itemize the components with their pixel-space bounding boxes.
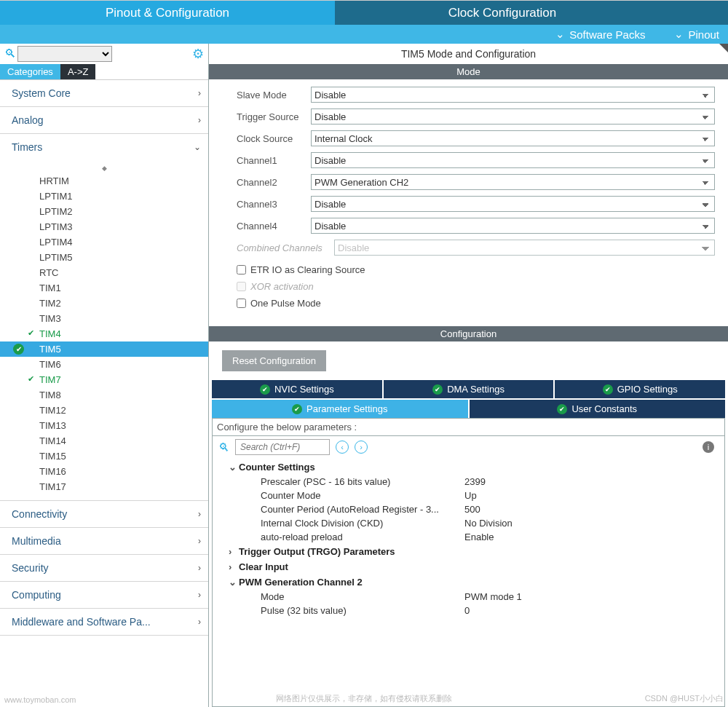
cat-multimedia[interactable]: Multimedia› — [0, 528, 208, 554]
subbar-software-packs[interactable]: ⌄Software Packs — [555, 28, 645, 41]
timer-item[interactable]: TIM1 — [0, 280, 208, 296]
param-value: 500 — [464, 504, 719, 515]
timer-item[interactable]: LPTIM4 — [0, 234, 208, 250]
tab-nvic-settings[interactable]: ✔NVIC Settings — [212, 380, 382, 398]
sidebar-search-select[interactable] — [17, 46, 112, 62]
param-value: PWM mode 1 — [464, 591, 719, 602]
group-clear-input[interactable]: Clear Input — [218, 559, 719, 574]
cat-label: Computing — [12, 589, 61, 601]
tab-gpio-settings[interactable]: ✔GPIO Settings — [555, 380, 725, 398]
params-tree[interactable]: Counter Settings Prescaler (PSC - 16 bit… — [213, 458, 724, 706]
param-value: 2399 — [464, 476, 719, 487]
timer-item[interactable]: TIM13 — [0, 418, 208, 433]
param-row[interactable]: Pulse (32 bits value)0 — [218, 604, 719, 617]
reset-configuration-button[interactable]: Reset Configuration — [222, 350, 326, 371]
channel2-select[interactable]: PWM Generation CH2 — [311, 174, 715, 190]
timer-item-tim5[interactable]: ✔TIM5 — [0, 341, 208, 357]
cat-label: System Core — [12, 87, 71, 99]
timer-item-tim4[interactable]: TIM4 — [0, 326, 208, 341]
xor-label: XOR activation — [250, 281, 314, 292]
channel1-select[interactable]: Disable — [311, 152, 715, 168]
param-row[interactable]: Counter Period (AutoReload Register - 3.… — [218, 502, 719, 516]
etr-checkbox[interactable] — [237, 265, 246, 274]
search-icon[interactable]: 🔍︎ — [4, 47, 16, 60]
tab-pinout[interactable]: Pinout & Configuration — [0, 1, 335, 25]
collapse-icon[interactable] — [719, 44, 728, 52]
timer-item[interactable]: LPTIM5 — [0, 250, 208, 265]
sidebar: 🔍︎ ⚙ Categories A->Z System Core› Analog… — [0, 44, 209, 707]
cat-middleware[interactable]: Middleware and Software Pa...› — [0, 609, 208, 635]
search-icon[interactable]: 🔍︎ — [218, 441, 229, 454]
timer-item-tim7[interactable]: TIM7 — [0, 372, 208, 387]
slave-mode-select[interactable]: Disable — [311, 87, 715, 103]
group-trgo[interactable]: Trigger Output (TRGO) Parameters — [218, 544, 719, 559]
param-label: Counter Period (AutoReload Register - 3.… — [261, 504, 464, 515]
sidebar-tab-categories[interactable]: Categories — [0, 64, 60, 79]
check-icon: ✔ — [260, 384, 270, 395]
timer-item[interactable]: TIM8 — [0, 387, 208, 403]
timer-item[interactable]: TIM12 — [0, 403, 208, 418]
one-pulse-label: One Pulse Mode — [250, 298, 321, 309]
one-pulse-check-row[interactable]: One Pulse Mode — [237, 295, 715, 312]
cat-connectivity[interactable]: Connectivity› — [0, 501, 208, 527]
gear-icon[interactable]: ⚙ — [192, 46, 204, 62]
param-row[interactable]: Counter ModeUp — [218, 489, 719, 502]
params-search-input[interactable] — [235, 439, 330, 455]
timer-item[interactable]: LPTIM1 — [0, 189, 208, 204]
clock-source-select[interactable]: Internal Clock — [311, 130, 715, 146]
mode-header: Mode — [209, 64, 728, 79]
channel4-select[interactable]: Disable — [311, 218, 715, 234]
tab-label: User Constants — [571, 403, 637, 414]
subbar-pinout[interactable]: ⌄Pinout — [674, 28, 719, 41]
next-icon[interactable]: › — [355, 441, 368, 454]
one-pulse-checkbox[interactable] — [237, 299, 246, 308]
timer-item[interactable]: TIM2 — [0, 296, 208, 311]
trigger-source-select[interactable]: Disable — [311, 108, 715, 125]
timer-item[interactable]: TIM3 — [0, 311, 208, 326]
sidebar-tab-az[interactable]: A->Z — [60, 64, 96, 79]
check-icon: ✔ — [432, 384, 443, 395]
timer-item[interactable]: TIM15 — [0, 449, 208, 464]
check-icon: ✔ — [292, 404, 302, 414]
group-pwm-ch2[interactable]: PWM Generation Channel 2 — [218, 574, 719, 590]
tab-clock[interactable]: Clock Configuration — [335, 1, 670, 25]
info-icon[interactable]: i — [703, 441, 714, 453]
param-row[interactable]: auto-reload preloadEnable — [218, 530, 719, 544]
subbar-pinout-label: Pinout — [688, 28, 719, 41]
cat-computing[interactable]: Computing› — [0, 582, 208, 608]
cat-analog[interactable]: Analog› — [0, 107, 208, 133]
tab-label: DMA Settings — [447, 384, 505, 395]
timer-item[interactable]: TIM14 — [0, 433, 208, 449]
sidebar-tree[interactable]: System Core› Analog› Timers⌄ ◆ HRTIM LPT… — [0, 79, 208, 707]
param-value: Enable — [464, 532, 719, 542]
timer-item[interactable]: TIM16 — [0, 464, 208, 479]
tab-user-constants[interactable]: ✔User Constants — [470, 400, 726, 418]
param-row[interactable]: ModePWM mode 1 — [218, 590, 719, 604]
channel3-select[interactable]: Disable — [311, 196, 715, 212]
param-row[interactable]: Prescaler (PSC - 16 bits value)2399 — [218, 475, 719, 489]
cat-label: Security — [12, 562, 49, 574]
timer-item[interactable]: HRTIM — [0, 173, 208, 189]
chevron-right-icon: › — [198, 536, 201, 546]
cat-label: Multimedia — [12, 535, 61, 547]
param-row[interactable]: Internal Clock Division (CKD)No Division — [218, 516, 719, 530]
tab-parameter-settings[interactable]: ✔Parameter Settings — [212, 400, 468, 418]
cat-system-core[interactable]: System Core› — [0, 80, 208, 106]
cat-security[interactable]: Security› — [0, 555, 208, 581]
combined-channels-label: Combined Channels — [237, 242, 334, 253]
timer-item[interactable]: TIM17 — [0, 479, 208, 494]
param-label: auto-reload preload — [261, 532, 464, 542]
timer-item[interactable]: RTC — [0, 265, 208, 280]
prev-icon[interactable]: ‹ — [336, 441, 349, 454]
tab-label: Parameter Settings — [306, 403, 387, 414]
cat-timers[interactable]: Timers⌄ — [0, 134, 208, 160]
timer-item[interactable]: TIM6 — [0, 357, 208, 372]
timer-item[interactable]: LPTIM3 — [0, 219, 208, 234]
top-tabbar: Pinout & Configuration Clock Configurati… — [0, 0, 728, 25]
group-counter-settings[interactable]: Counter Settings — [218, 459, 719, 475]
sort-icon[interactable]: ◆ — [0, 163, 208, 173]
tab-dma-settings[interactable]: ✔DMA Settings — [384, 380, 554, 398]
subbar: ⌄Software Packs ⌄Pinout — [0, 25, 728, 44]
timer-item[interactable]: LPTIM2 — [0, 204, 208, 219]
etr-check-row[interactable]: ETR IO as Clearing Source — [237, 261, 715, 278]
